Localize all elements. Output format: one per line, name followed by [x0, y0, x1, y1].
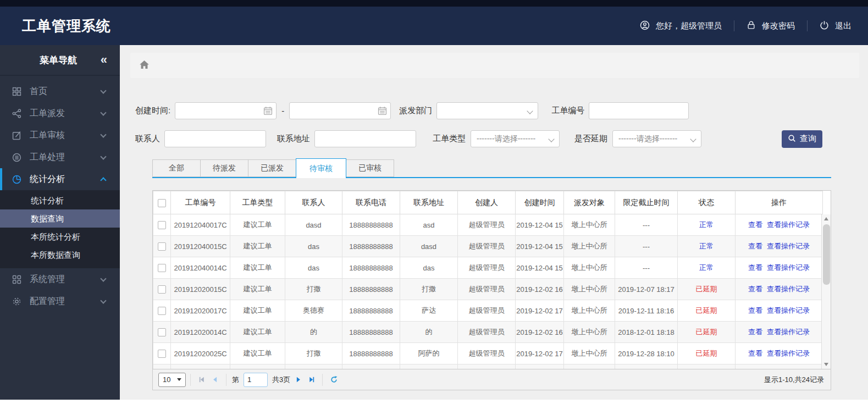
- user-icon: [640, 20, 650, 32]
- scroll-up-icon[interactable]: [824, 217, 828, 220]
- cell-type: 建议工单: [230, 214, 285, 236]
- row-checkbox[interactable]: [158, 264, 166, 272]
- order-no-input[interactable]: [589, 102, 689, 119]
- cell-creator: 超级管理员: [458, 322, 516, 343]
- submenu-item-branch-statistics[interactable]: 本所统计分析: [0, 228, 120, 246]
- delayed-select[interactable]: -------请选择-------: [612, 130, 701, 147]
- cell-created: 2019-12-04 15: [516, 214, 564, 236]
- table-row: 201912020025C 建议工单 打撒 18888888888 阿萨的 超级…: [153, 343, 823, 364]
- tabs-underline: [152, 177, 831, 178]
- created-time-start-input[interactable]: [175, 102, 277, 119]
- statistics-submenu: 统计分析 数据查询 本所统计分析 本所数据查询: [0, 190, 120, 268]
- table-row: 201912040014C 建议工单 das 18888888888 das 超…: [153, 257, 823, 279]
- home-icon[interactable]: [139, 59, 150, 72]
- last-page-button[interactable]: [305, 373, 318, 386]
- sidebar-item-system[interactable]: 系统管理: [0, 268, 120, 290]
- created-time-end-input[interactable]: [289, 102, 391, 119]
- row-checkbox[interactable]: [158, 242, 166, 251]
- prev-page-button[interactable]: [208, 373, 222, 386]
- submenu-item-statistics[interactable]: 统计分析: [0, 191, 120, 209]
- view-link[interactable]: 查看: [748, 285, 762, 293]
- cell-actions: 查看查看操作记录: [736, 279, 823, 300]
- row-checkbox[interactable]: [158, 307, 166, 315]
- calendar-icon[interactable]: [378, 106, 387, 117]
- search-button[interactable]: 查询: [782, 130, 822, 148]
- page-size-select[interactable]: 10: [158, 373, 186, 387]
- address-input[interactable]: [314, 130, 416, 147]
- submenu-item-data-query[interactable]: 数据查询: [0, 209, 120, 228]
- page-number-input[interactable]: [244, 373, 268, 387]
- first-page-button[interactable]: [195, 373, 208, 386]
- view-log-link[interactable]: 查看操作记录: [767, 242, 810, 250]
- cell-address: 打撒: [400, 279, 458, 300]
- tab-all[interactable]: 全部: [152, 159, 201, 177]
- cell-status: 已延期: [678, 343, 736, 364]
- cell-target: 墩上中心所: [564, 343, 615, 364]
- row-checkbox-cell: [153, 364, 171, 370]
- cell-type: 建议工单: [230, 279, 285, 300]
- refresh-icon[interactable]: [327, 373, 340, 386]
- sidebar-item-label: 系统管理: [30, 274, 101, 285]
- tab-reviewed[interactable]: 已审核: [346, 159, 394, 177]
- order-type-select[interactable]: -------请选择-------: [471, 130, 560, 147]
- row-checkbox[interactable]: [158, 328, 166, 336]
- sidebar-item-config[interactable]: 配置管理: [0, 290, 120, 312]
- vertical-scrollbar[interactable]: [821, 214, 831, 369]
- dispatch-dept-select[interactable]: [436, 102, 538, 119]
- sidebar-item-statistics[interactable]: 统计分析: [0, 168, 120, 190]
- user-area: 您好，超级管理员 修改密码 退出: [640, 20, 852, 32]
- view-log-link[interactable]: 查看操作记录: [767, 306, 810, 314]
- cell-order-no: 201912040017C: [171, 214, 230, 236]
- view-link[interactable]: 查看: [748, 220, 762, 229]
- scrollbar-thumb[interactable]: [823, 224, 830, 285]
- table-row-partial: [153, 364, 823, 370]
- power-icon: [820, 20, 829, 31]
- next-page-button[interactable]: [291, 373, 305, 386]
- row-checkbox[interactable]: [158, 285, 166, 294]
- view-link[interactable]: 查看: [748, 263, 762, 272]
- view-log-link[interactable]: 查看操作记录: [767, 349, 810, 357]
- view-link[interactable]: 查看: [748, 242, 762, 250]
- col-created: 创建时间: [516, 191, 564, 214]
- view-log-link[interactable]: 查看操作记录: [767, 328, 810, 336]
- chevron-down-icon: [100, 153, 106, 159]
- view-link[interactable]: 查看: [748, 306, 762, 314]
- tab-pending-dispatch[interactable]: 待派发: [200, 159, 248, 177]
- sidebar-item-label: 统计分析: [30, 174, 101, 185]
- view-link[interactable]: 查看: [748, 328, 762, 336]
- tab-pending-review[interactable]: 待审核: [296, 158, 346, 178]
- view-log-link[interactable]: 查看操作记录: [767, 263, 810, 272]
- cell-creator: 超级管理员: [458, 214, 516, 236]
- cell-contact: 打撒: [285, 343, 342, 364]
- row-checkbox[interactable]: [158, 350, 166, 358]
- tab-dispatched[interactable]: 已派发: [248, 159, 296, 177]
- table-row: 201912040017C 建议工单 dasd 18888888888 asd …: [153, 214, 823, 236]
- row-checkbox[interactable]: [158, 221, 166, 229]
- cell-created: 2019-12-02 16: [516, 279, 564, 300]
- range-dash: -: [281, 106, 284, 115]
- submenu-item-branch-data-query[interactable]: 本所数据查询: [0, 246, 120, 264]
- sidebar-title-text: 菜单导航: [40, 54, 77, 67]
- collapse-sidebar-icon[interactable]: «: [101, 53, 106, 67]
- contact-input[interactable]: [164, 130, 266, 147]
- cell-phone: 18888888888: [342, 236, 400, 257]
- sidebar-item-home[interactable]: 首页: [0, 80, 120, 102]
- scroll-down-icon[interactable]: [824, 363, 828, 366]
- status-badge: 已延期: [696, 328, 717, 336]
- sidebar-item-review[interactable]: 工单审核: [0, 124, 120, 146]
- gear-icon: [12, 296, 22, 306]
- status-badge: 已延期: [696, 349, 717, 357]
- sidebar-item-process[interactable]: 工单处理: [0, 146, 120, 168]
- view-log-link[interactable]: 查看操作记录: [767, 285, 810, 293]
- select-all-checkbox[interactable]: [158, 199, 166, 207]
- view-log-link[interactable]: 查看操作记录: [767, 220, 810, 229]
- cell-phone: 18888888888: [342, 279, 400, 300]
- calendar-icon[interactable]: [263, 106, 273, 117]
- cell-contact: dasd: [285, 214, 342, 236]
- status-badge: 已延期: [696, 306, 717, 314]
- change-password-button[interactable]: 修改密码: [747, 20, 795, 31]
- sidebar-menu: 首页 工单派发 工单审核 工单处理 统计分析: [0, 76, 120, 312]
- logout-button[interactable]: 退出: [820, 20, 852, 31]
- sidebar-item-dispatch[interactable]: 工单派发: [0, 102, 120, 124]
- view-link[interactable]: 查看: [748, 349, 762, 357]
